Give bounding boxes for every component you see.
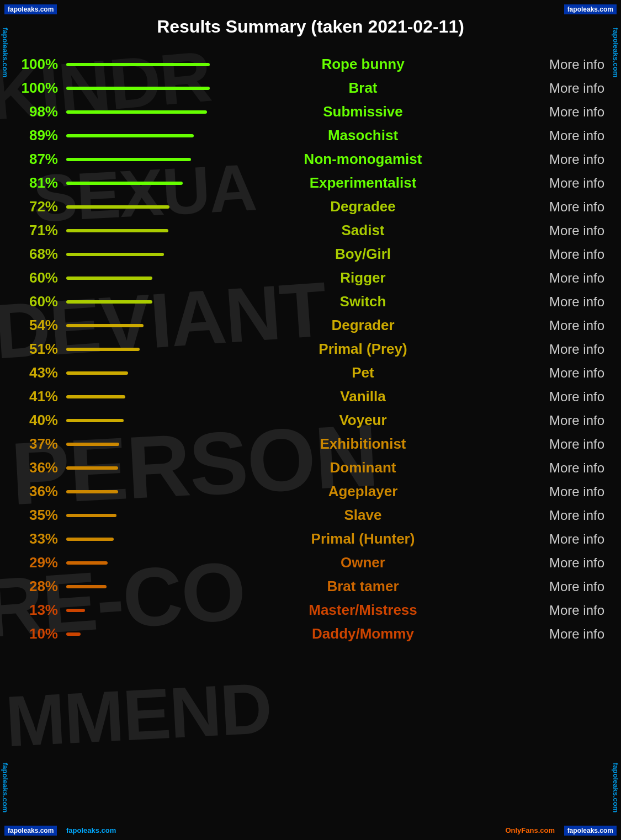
more-info-button[interactable]: More info (516, 484, 604, 499)
more-info-button[interactable]: More info (516, 531, 604, 547)
bar-container (66, 134, 210, 137)
more-info-button[interactable]: More info (516, 152, 604, 167)
result-label: Vanilla (210, 388, 516, 405)
more-info-button[interactable]: More info (516, 413, 604, 428)
more-info-button[interactable]: More info (516, 128, 604, 143)
result-percent: 60% (17, 269, 66, 286)
result-percent: 40% (17, 412, 66, 429)
result-row: 35%SlaveMore info (17, 504, 604, 526)
result-percent: 37% (17, 435, 66, 453)
more-info-button[interactable]: More info (516, 342, 604, 357)
result-bar (66, 300, 152, 304)
more-info-button[interactable]: More info (516, 365, 604, 381)
result-bar (66, 63, 210, 66)
result-percent: 60% (17, 293, 66, 310)
side-watermark-right: fapoleaks.com (612, 28, 620, 77)
bar-container (66, 63, 210, 66)
result-percent: 33% (17, 530, 66, 547)
more-info-button[interactable]: More info (516, 294, 604, 310)
result-row: 10%Daddy/MommyMore info (17, 623, 604, 645)
bg-watermark-6: MMEND (3, 667, 273, 763)
result-row: 33%Primal (Hunter)More info (17, 528, 604, 550)
more-info-button[interactable]: More info (516, 579, 604, 594)
result-percent: 43% (17, 364, 66, 381)
more-info-button[interactable]: More info (516, 437, 604, 452)
bar-container (66, 466, 210, 470)
more-info-button[interactable]: More info (516, 270, 604, 286)
result-row: 72%DegradeeMore info (17, 196, 604, 217)
bar-container (66, 514, 210, 517)
more-info-button[interactable]: More info (516, 508, 604, 523)
result-percent: 36% (17, 459, 66, 476)
main-container: Results Summary (taken 2021-02-11) 100%R… (0, 0, 621, 658)
result-label: Sadist (210, 222, 516, 239)
bar-container (66, 253, 210, 256)
bar-container (66, 490, 210, 493)
result-row: 98%SubmissiveMore info (17, 101, 604, 123)
result-bar (66, 538, 114, 541)
result-row: 29%OwnerMore info (17, 552, 604, 573)
more-info-button[interactable]: More info (516, 389, 604, 405)
result-bar (66, 229, 168, 232)
result-row: 81%ExperimentalistMore info (17, 172, 604, 194)
more-info-button[interactable]: More info (516, 603, 604, 618)
result-row: 43%PetMore info (17, 362, 604, 384)
result-bar (66, 277, 152, 280)
side-watermark-left: fapoleaks.com (1, 28, 9, 77)
more-info-button[interactable]: More info (516, 460, 604, 476)
result-percent: 29% (17, 554, 66, 571)
result-label: Switch (210, 293, 516, 310)
more-info-button[interactable]: More info (516, 223, 604, 238)
result-bar (66, 110, 207, 114)
more-info-button[interactable]: More info (516, 318, 604, 333)
result-row: 36%AgeplayerMore info (17, 481, 604, 502)
result-label: Non-monogamist (210, 151, 516, 168)
result-row: 41%VanillaMore info (17, 386, 604, 407)
result-label: Master/Mistress (210, 602, 516, 619)
bar-container (66, 158, 210, 161)
result-label: Ageplayer (210, 483, 516, 500)
result-percent: 100% (17, 79, 66, 97)
corner-watermark-bl: fapoleaks.com (4, 826, 57, 836)
result-bar (66, 443, 119, 446)
result-label: Voyeur (210, 412, 516, 429)
result-row: 89%MasochistMore info (17, 125, 604, 146)
bar-container (66, 348, 210, 351)
more-info-button[interactable]: More info (516, 626, 604, 642)
result-row: 68%Boy/GirlMore info (17, 243, 604, 265)
side-watermark-right-bottom: fapoleaks.com (612, 763, 620, 812)
bar-container (66, 632, 210, 636)
result-percent: 89% (17, 127, 66, 144)
result-label: Degradee (210, 198, 516, 215)
result-bar (66, 585, 107, 588)
bar-container (66, 371, 210, 375)
more-info-button[interactable]: More info (516, 176, 604, 191)
results-list: 100%Rope bunnyMore info100%BratMore info… (17, 54, 604, 645)
bar-container (66, 609, 210, 612)
result-label: Owner (210, 554, 516, 571)
result-row: 60%SwitchMore info (17, 291, 604, 312)
bar-container (66, 443, 210, 446)
more-info-button[interactable]: More info (516, 555, 604, 571)
result-percent: 13% (17, 602, 66, 619)
result-label: Masochist (210, 127, 516, 144)
side-watermark-left-bottom: fapoleaks.com (1, 763, 9, 812)
bar-container (66, 300, 210, 304)
result-label: Experimentalist (210, 174, 516, 192)
corner-watermark-br: fapoleaks.com (564, 826, 617, 836)
result-bar (66, 348, 140, 351)
more-info-button[interactable]: More info (516, 81, 604, 96)
result-label: Primal (Prey) (210, 341, 516, 358)
result-label: Degrader (210, 317, 516, 334)
result-bar (66, 324, 144, 327)
more-info-button[interactable]: More info (516, 247, 604, 262)
bar-container (66, 205, 210, 209)
result-row: 54%DegraderMore info (17, 315, 604, 336)
bar-container (66, 538, 210, 541)
more-info-button[interactable]: More info (516, 57, 604, 72)
result-row: 37%ExhibitionistMore info (17, 433, 604, 455)
more-info-button[interactable]: More info (516, 199, 604, 215)
result-row: 13%Master/MistressMore info (17, 599, 604, 621)
result-percent: 87% (17, 151, 66, 168)
more-info-button[interactable]: More info (516, 104, 604, 120)
